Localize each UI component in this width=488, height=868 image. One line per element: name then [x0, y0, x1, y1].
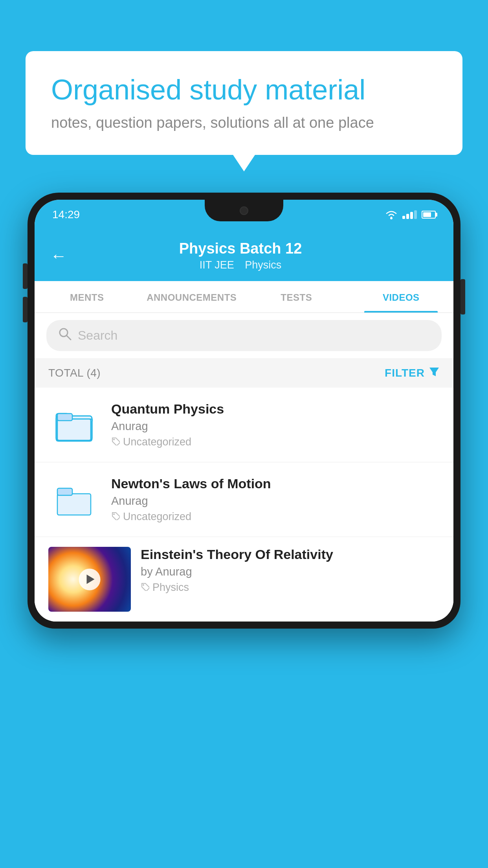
svg-rect-9 — [57, 488, 72, 495]
svg-point-11 — [143, 584, 144, 586]
back-button[interactable]: ← — [50, 248, 67, 264]
tag-label-2: Uncategorized — [123, 511, 191, 523]
phone-screen: 14:29 — [35, 200, 453, 622]
video-thumbnail-3 — [48, 547, 131, 612]
speech-bubble: Organised study material notes, question… — [26, 51, 462, 155]
tabs-bar: MENTS ANNOUNCEMENTS TESTS VIDEOS — [35, 281, 453, 313]
video-info-2: Newton's Laws of Motion Anurag Uncategor… — [111, 476, 440, 523]
list-item[interactable]: Quantum Physics Anurag Uncategorized — [35, 388, 453, 462]
filter-bar: TOTAL (4) FILTER — [35, 358, 453, 388]
video-tag-2: Uncategorized — [111, 511, 440, 523]
tag-icon — [141, 581, 149, 594]
video-thumbnail-2 — [48, 478, 99, 521]
list-item[interactable]: Einstein's Theory Of Relativity by Anura… — [35, 537, 453, 622]
video-tag-1: Uncategorized — [111, 436, 440, 448]
svg-marker-3 — [429, 368, 439, 376]
play-triangle-icon — [86, 575, 94, 584]
tag-icon — [111, 511, 120, 523]
filter-icon — [429, 366, 440, 380]
svg-rect-6 — [57, 414, 72, 421]
video-title-2: Newton's Laws of Motion — [111, 476, 440, 491]
svg-point-10 — [113, 513, 115, 515]
status-icons — [385, 210, 436, 220]
volume-up-button[interactable] — [23, 263, 28, 289]
video-author-2: Anurag — [111, 495, 440, 508]
svg-rect-5 — [57, 419, 91, 440]
search-icon — [58, 327, 72, 344]
search-container: Search — [35, 313, 453, 358]
filter-label: FILTER — [385, 367, 425, 379]
svg-point-7 — [113, 439, 115, 440]
video-author-3: by Anurag — [141, 565, 440, 578]
svg-point-0 — [390, 217, 393, 219]
batch-title: Physics Batch 12 — [79, 240, 402, 257]
search-bar[interactable]: Search — [46, 320, 442, 351]
speech-bubble-container: Organised study material notes, question… — [26, 51, 462, 155]
batch-subject: Physics — [245, 259, 281, 271]
battery-icon — [422, 211, 436, 219]
notch — [205, 200, 283, 221]
total-count: TOTAL (4) — [48, 367, 101, 379]
batch-subtitle: IIT JEE Physics — [79, 259, 402, 271]
app-header: ← Physics Batch 12 IIT JEE Physics — [35, 229, 453, 281]
video-info-1: Quantum Physics Anurag Uncategorized — [111, 401, 440, 448]
video-list: Quantum Physics Anurag Uncategorized — [35, 388, 453, 622]
tag-label-3: Physics — [152, 581, 189, 594]
tag-label-1: Uncategorized — [123, 436, 191, 448]
status-bar: 14:29 — [35, 200, 453, 229]
filter-button[interactable]: FILTER — [385, 366, 440, 380]
svg-line-2 — [67, 336, 71, 340]
tab-videos[interactable]: VIDEOS — [349, 281, 454, 313]
tab-ments[interactable]: MENTS — [35, 281, 139, 313]
video-title-1: Quantum Physics — [111, 401, 440, 417]
tab-tests[interactable]: TESTS — [244, 281, 349, 313]
bubble-subtitle: notes, question papers, solutions all at… — [51, 114, 437, 131]
search-placeholder: Search — [78, 328, 117, 343]
wifi-icon — [385, 210, 398, 220]
bubble-title: Organised study material — [51, 73, 437, 107]
volume-down-button[interactable] — [23, 297, 28, 322]
folder-icon — [55, 406, 93, 443]
video-author-1: Anurag — [111, 420, 440, 433]
phone-wrapper: 14:29 — [28, 193, 460, 868]
video-info-3: Einstein's Theory Of Relativity by Anura… — [141, 547, 440, 594]
front-camera — [240, 206, 248, 215]
signal-icon — [402, 210, 417, 219]
video-tag-3: Physics — [141, 581, 440, 594]
svg-rect-8 — [57, 494, 91, 515]
phone-outer: 14:29 — [28, 193, 460, 629]
tag-icon — [111, 436, 120, 448]
video-thumbnail-1 — [48, 403, 99, 447]
video-title-3: Einstein's Theory Of Relativity — [141, 547, 440, 562]
play-button[interactable] — [79, 568, 101, 590]
tab-announcements[interactable]: ANNOUNCEMENTS — [139, 281, 244, 313]
folder-icon — [55, 481, 93, 518]
batch-category: IIT JEE — [200, 259, 234, 271]
list-item[interactable]: Newton's Laws of Motion Anurag Uncategor… — [35, 462, 453, 537]
header-title-area: Physics Batch 12 IIT JEE Physics — [79, 240, 402, 271]
status-time: 14:29 — [52, 208, 80, 221]
power-button[interactable] — [460, 279, 465, 314]
